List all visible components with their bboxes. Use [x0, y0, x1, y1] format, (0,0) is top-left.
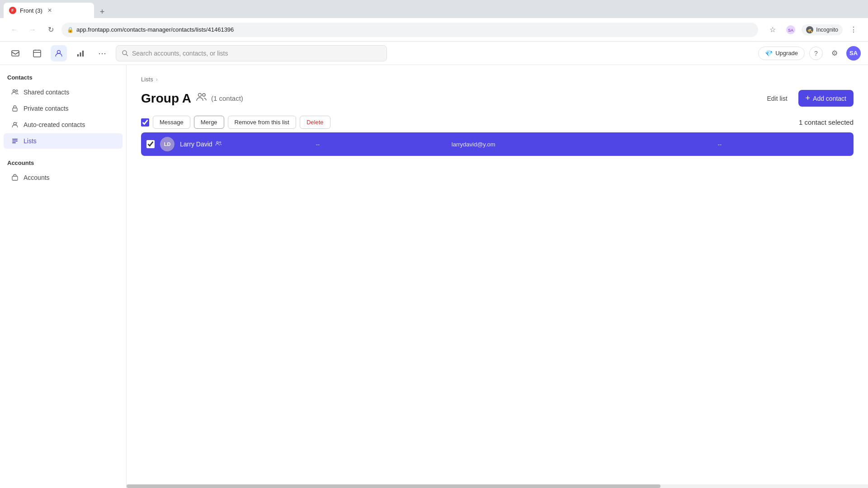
private-contacts-icon [11, 104, 19, 113]
sidebar-item-auto-created[interactable]: Auto-created contacts [4, 117, 123, 132]
remove-from-list-button[interactable]: Remove from this list [228, 116, 296, 129]
svg-point-12 [16, 90, 18, 92]
tab-title: Front (3) [20, 7, 42, 14]
tab-favicon: F [9, 7, 16, 14]
help-button[interactable]: ? [809, 47, 823, 60]
profile-button[interactable]: SA [783, 23, 798, 37]
page-title: Group A [141, 91, 191, 106]
horizontal-scrollbar[interactable] [127, 484, 868, 488]
svg-point-21 [217, 141, 218, 143]
selected-count-label: 1 contact selected [799, 118, 854, 126]
svg-point-22 [219, 141, 221, 143]
svg-rect-5 [33, 50, 41, 57]
calendar-icon-btn[interactable] [29, 45, 45, 61]
svg-point-19 [198, 94, 201, 97]
main-content: Lists › Group A (1 contact) [127, 65, 868, 488]
svg-rect-9 [82, 51, 84, 56]
table-row[interactable]: LD Larry David -- larrydavid@y.om -- [141, 132, 854, 156]
contacts-icon-btn[interactable] [51, 45, 67, 61]
svg-rect-16 [12, 141, 18, 141]
sidebar-item-accounts[interactable]: Accounts [4, 170, 123, 185]
lock-icon: 🔒 [67, 27, 74, 33]
sidebar-item-lists[interactable]: Lists [4, 133, 123, 149]
accounts-icon [11, 174, 19, 182]
app-topbar: ⋯ Search accounts, contacts, or lists 💎 … [0, 42, 868, 65]
svg-rect-8 [80, 52, 81, 56]
group-icon [196, 92, 207, 105]
back-button[interactable]: ← [7, 23, 22, 37]
svg-rect-18 [12, 176, 18, 180]
svg-rect-15 [12, 139, 18, 140]
browser-menu-button[interactable]: ⋮ [846, 23, 861, 37]
svg-text:🕵: 🕵 [807, 27, 813, 33]
lists-icon [11, 137, 19, 145]
svg-rect-13 [13, 108, 17, 111]
topbar-right: 💎 Upgrade ? ⚙ SA [758, 46, 861, 61]
select-all-checkbox[interactable] [141, 118, 149, 127]
user-avatar[interactable]: SA [846, 46, 861, 61]
contacts-list: LD Larry David -- larrydavid@y.om -- [141, 132, 854, 156]
svg-rect-17 [12, 142, 16, 143]
upgrade-button[interactable]: 💎 Upgrade [758, 47, 805, 60]
message-button[interactable]: Message [153, 116, 190, 129]
incognito-label: Incognito [816, 27, 838, 33]
svg-text:SA: SA [788, 28, 793, 33]
sidebar-item-private-contacts[interactable]: Private contacts [4, 101, 123, 116]
breadcrumb-lists-link[interactable]: Lists [141, 76, 153, 83]
shared-contacts-label: Shared contacts [24, 89, 69, 96]
address-bar[interactable]: 🔒 app.frontapp.com/contacts-manager/cont… [61, 23, 758, 37]
gem-icon: 💎 [765, 50, 773, 57]
breadcrumb: Lists › [141, 76, 854, 83]
accounts-label: Accounts [24, 174, 50, 181]
incognito-badge[interactable]: 🕵 Incognito [802, 24, 843, 35]
row-checkbox[interactable] [146, 140, 155, 148]
contact-field2: -- [718, 141, 848, 148]
inbox-icon-btn[interactable] [7, 45, 24, 61]
shared-contact-icon [215, 141, 222, 148]
more-icon-btn[interactable]: ⋯ [94, 45, 110, 61]
page-header: Group A (1 contact) Edit list + Add cont… [141, 90, 854, 107]
settings-button[interactable]: ⚙ [827, 46, 842, 61]
add-contact-label: Add contact [813, 95, 846, 102]
page-title-area: Group A (1 contact) [141, 91, 243, 106]
tab-bar: F Front (3) ✕ + [0, 0, 868, 18]
svg-rect-7 [77, 54, 79, 56]
list-toolbar: Message Merge Remove from this list Dele… [141, 116, 854, 129]
search-bar[interactable]: Search accounts, contacts, or lists [116, 45, 387, 61]
content-area: Lists › Group A (1 contact) [127, 65, 868, 484]
delete-button[interactable]: Delete [300, 116, 330, 129]
app-layout: Contacts Shared contacts Private contact… [0, 65, 868, 488]
contact-field1: -- [316, 141, 446, 148]
contact-count: (1 contact) [211, 94, 243, 102]
auto-created-icon [11, 121, 19, 129]
breadcrumb-separator: › [156, 76, 158, 83]
edit-list-button[interactable]: Edit list [761, 91, 793, 106]
sidebar: Contacts Shared contacts Private contact… [0, 65, 127, 488]
browser-tab[interactable]: F Front (3) ✕ [4, 3, 94, 18]
sidebar-item-shared-contacts[interactable]: Shared contacts [4, 84, 123, 100]
forward-button[interactable]: → [25, 23, 40, 37]
tab-close-button[interactable]: ✕ [46, 7, 53, 14]
add-contact-button[interactable]: + Add contact [798, 90, 854, 107]
private-contacts-label: Private contacts [24, 105, 69, 112]
auto-created-label: Auto-created contacts [24, 121, 85, 128]
bookmark-button[interactable]: ☆ [765, 23, 780, 37]
app-container: ⋯ Search accounts, contacts, or lists 💎 … [0, 42, 868, 488]
merge-button[interactable]: Merge [194, 116, 224, 129]
contacts-section-label: Contacts [0, 72, 126, 84]
browser-frame: F Front (3) ✕ + ← → ↻ 🔒 app.frontapp.com… [0, 0, 868, 488]
svg-point-10 [123, 51, 127, 55]
nav-bar: ← → ↻ 🔒 app.frontapp.com/contacts-manage… [0, 18, 868, 42]
scrollbar-thumb[interactable] [127, 484, 660, 488]
analytics-icon-btn[interactable] [72, 45, 89, 61]
add-contact-icon: + [806, 94, 811, 103]
svg-point-11 [13, 90, 15, 92]
new-tab-button[interactable]: + [96, 5, 108, 18]
nav-right: ☆ SA 🕵 Incognito ⋮ [765, 23, 861, 37]
accounts-section-label: Accounts [0, 158, 126, 170]
url-text: app.frontapp.com/contacts-manager/contac… [76, 26, 234, 33]
reload-button[interactable]: ↻ [43, 23, 58, 37]
avatar: LD [160, 137, 175, 151]
contact-email: larrydavid@y.om [452, 141, 712, 148]
contact-name: Larry David [180, 141, 310, 148]
